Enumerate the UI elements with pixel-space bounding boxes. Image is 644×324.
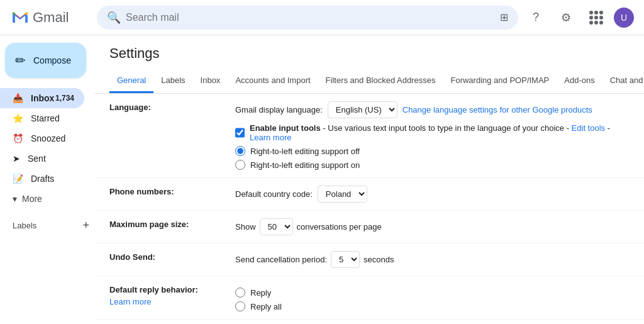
send-cancel-controls: Send cancellation period: 5 seconds	[235, 251, 629, 268]
default-reply-label: Default reply behavior: Learn more	[109, 284, 235, 306]
sidebar-item-sent[interactable]: ➤ Sent	[0, 148, 84, 169]
search-icon: 🔍	[107, 11, 121, 25]
topbar: Gmail 🔍 ⊞ ? ⚙ U	[0, 0, 644, 35]
default-reply-label-text: Default reply behavior:	[109, 285, 198, 294]
sidebar-item-inbox[interactable]: 📥 Inbox 1,734	[0, 88, 84, 108]
phone-label-text: Phone numbers:	[109, 187, 174, 196]
country-code-label: Default country code:	[235, 189, 313, 199]
help-button[interactable]: ?	[523, 5, 548, 30]
compose-button[interactable]: ✏ Compose	[5, 43, 86, 78]
cancel-period-label: Send cancellation period:	[235, 255, 327, 264]
drafts-icon: 📝	[13, 174, 23, 184]
sidebar-item-more[interactable]: ▾ More	[0, 189, 94, 209]
apps-button[interactable]	[584, 5, 609, 30]
tab-inbox[interactable]: Inbox	[193, 69, 228, 93]
settings-page: Settings General Labels Inbox Accounts a…	[94, 35, 644, 324]
undo-send-content: Send cancellation period: 5 seconds	[235, 251, 629, 268]
enable-input-tools-checkbox[interactable]	[235, 128, 245, 138]
undo-send-label-text: Undo Send:	[109, 252, 155, 262]
compose-label: Compose	[33, 55, 71, 65]
page-size-content: Show 50 conversations per page	[235, 218, 629, 235]
country-select[interactable]: Poland	[318, 186, 367, 203]
reply-all-label: Reply all	[250, 302, 282, 311]
reply-radio[interactable]	[235, 288, 245, 298]
sidebar-item-label: Snoozed	[31, 133, 65, 143]
page-size-label-text: Maximum page size:	[109, 220, 189, 229]
search-input[interactable]	[126, 12, 495, 23]
topbar-right: ? ⚙ U	[523, 5, 634, 30]
default-reply-content: Reply Reply all	[235, 284, 629, 311]
tab-forwarding[interactable]: Forwarding and POP/IMAP	[443, 69, 557, 93]
language-label-text: Language:	[109, 103, 151, 112]
page-size-controls: Show 50 conversations per page	[235, 218, 629, 235]
sidebar-item-label: Sent	[28, 154, 46, 164]
country-code-row: Default country code: Poland	[235, 186, 629, 203]
page-size-row: Maximum page size: Show 50 conversations…	[94, 211, 644, 243]
rtl-off-label: Right-to-left editing support off	[250, 147, 360, 156]
undo-send-label: Undo Send:	[109, 251, 235, 262]
cancel-seconds-select[interactable]: 5	[331, 251, 360, 268]
per-page-label: conversations per page	[297, 222, 382, 232]
language-row: Language: Gmail display language: Englis…	[94, 94, 644, 178]
enable-input-tools-label: Enable input tools - Use various text in…	[250, 123, 629, 142]
tab-addons[interactable]: Add-ons	[557, 69, 602, 93]
compose-icon: ✏	[15, 53, 26, 68]
rtl-off-row: Right-to-left editing support off	[235, 146, 629, 156]
change-language-link[interactable]: Change language settings for other Googl…	[402, 105, 592, 115]
add-label-button[interactable]: +	[82, 219, 89, 232]
inbox-badge: 1,734	[55, 94, 74, 103]
starred-icon: ⭐	[13, 113, 23, 123]
settings-button[interactable]: ⚙	[553, 5, 579, 30]
phone-row: Phone numbers: Default country code: Pol…	[94, 178, 644, 211]
main-layout: ✏ Compose 📥 Inbox 1,734 ⭐ Starred ⏰ Snoo…	[0, 35, 644, 324]
logo: Gmail	[10, 8, 92, 28]
gmail-logo-icon	[10, 8, 30, 28]
tab-labels[interactable]: Labels	[153, 69, 192, 93]
tab-accounts[interactable]: Accounts and Import	[228, 69, 318, 93]
reply-all-radio[interactable]	[235, 301, 245, 311]
tab-chat[interactable]: Chat and Meet	[602, 69, 644, 93]
language-select[interactable]: English (US)	[328, 101, 397, 118]
reply-label: Reply	[250, 288, 271, 298]
learn-more-language-link[interactable]: Learn more	[250, 133, 291, 142]
search-options-icon[interactable]: ⊞	[500, 11, 508, 23]
search-bar[interactable]: 🔍 ⊞	[97, 6, 518, 30]
enable-input-tools-row: Enable input tools - Use various text in…	[235, 123, 629, 142]
sidebar-item-drafts[interactable]: 📝 Drafts	[0, 169, 84, 189]
show-label: Show	[235, 222, 256, 232]
sidebar-labels-section: Labels +	[0, 209, 94, 235]
sidebar-item-label: Starred	[31, 113, 60, 123]
sidebar-item-snoozed[interactable]: ⏰ Snoozed	[0, 128, 84, 148]
reply-radio-row: Reply	[235, 288, 629, 298]
sidebar-item-label: Inbox	[31, 93, 54, 103]
display-language-label: Gmail display language:	[235, 105, 323, 115]
rtl-on-radio[interactable]	[235, 160, 245, 170]
page-size-label: Maximum page size:	[109, 218, 235, 229]
seconds-label: seconds	[364, 255, 394, 264]
rtl-on-label: Right-to-left editing support on	[250, 160, 360, 170]
reply-all-radio-row: Reply all	[235, 301, 629, 311]
tab-filters[interactable]: Filters and Blocked Addresses	[318, 69, 443, 93]
sidebar-item-starred[interactable]: ⭐ Starred	[0, 108, 84, 128]
rtl-off-radio[interactable]	[235, 146, 245, 156]
sidebar-item-label: Drafts	[31, 174, 54, 184]
sidebar: ✏ Compose 📥 Inbox 1,734 ⭐ Starred ⏰ Snoo…	[0, 35, 94, 324]
language-content: Gmail display language: English (US) Cha…	[235, 101, 629, 170]
settings-content: Settings General Labels Inbox Accounts a…	[94, 35, 644, 324]
lang-row: Gmail display language: English (US) Cha…	[235, 101, 629, 118]
avatar[interactable]: U	[614, 8, 634, 28]
default-reply-learn-more[interactable]: Learn more	[109, 297, 151, 306]
settings-scroll-area: Language: Gmail display language: Englis…	[94, 94, 644, 324]
more-label: More	[22, 194, 42, 204]
page-count-select[interactable]: 50	[260, 218, 293, 235]
grid-icon	[589, 11, 603, 25]
tab-general[interactable]: General	[109, 69, 153, 93]
language-label: Language:	[109, 101, 235, 112]
labels-heading: Labels	[13, 221, 36, 230]
rtl-on-row: Right-to-left editing support on	[235, 160, 629, 170]
default-reply-row: Default reply behavior: Learn more Reply	[94, 276, 644, 320]
phone-content: Default country code: Poland	[235, 186, 629, 203]
settings-header: Settings General Labels Inbox Accounts a…	[94, 35, 644, 94]
snoozed-icon: ⏰	[13, 133, 23, 143]
edit-tools-link[interactable]: Edit tools	[572, 123, 605, 133]
